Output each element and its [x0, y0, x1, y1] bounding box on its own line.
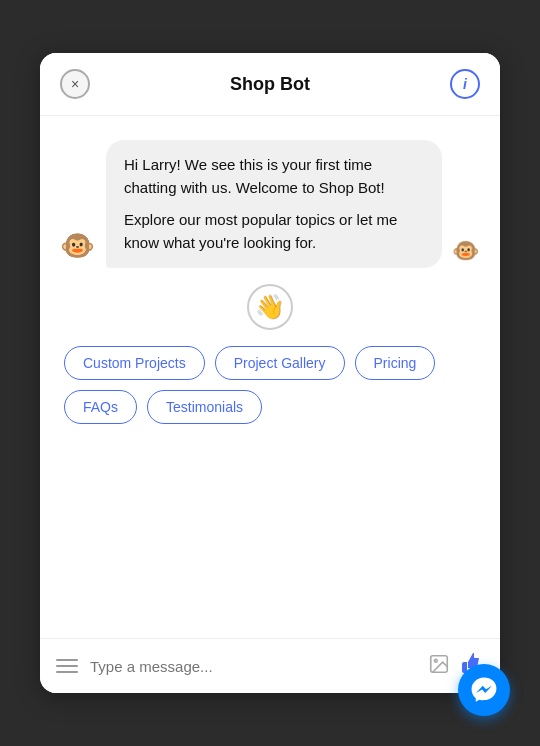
quick-reply-project-gallery[interactable]: Project Gallery — [215, 346, 345, 380]
quick-reply-pricing[interactable]: Pricing — [355, 346, 436, 380]
menu-line-3 — [56, 671, 78, 673]
messenger-fab[interactable] — [458, 664, 510, 716]
avatar-right: 🐵 — [452, 240, 480, 268]
close-button[interactable]: × — [60, 69, 90, 99]
menu-line-2 — [56, 665, 78, 667]
chat-input-area — [40, 638, 500, 693]
message-input[interactable] — [90, 658, 416, 675]
menu-icon[interactable] — [56, 659, 78, 673]
info-icon: i — [463, 76, 467, 92]
welcome-text-1: Hi Larry! We see this is your first time… — [124, 154, 424, 199]
menu-line-1 — [56, 659, 78, 661]
wave-emoji: 👋 — [255, 293, 285, 321]
chat-window: × Shop Bot i 🐵 Hi Larry! We see this is … — [40, 53, 500, 693]
chat-header: × Shop Bot i — [40, 53, 500, 116]
page-wrapper: × Shop Bot i 🐵 Hi Larry! We see this is … — [0, 0, 540, 746]
welcome-bubble: Hi Larry! We see this is your first time… — [106, 140, 442, 268]
messages-area: 🐵 Hi Larry! We see this is your first ti… — [40, 116, 500, 638]
bot-message-group: 🐵 Hi Larry! We see this is your first ti… — [60, 140, 480, 268]
quick-reply-custom-projects[interactable]: Custom Projects — [64, 346, 205, 380]
quick-reply-faqs[interactable]: FAQs — [64, 390, 137, 424]
quick-replies: Custom Projects Project Gallery Pricing … — [60, 346, 480, 432]
chat-title: Shop Bot — [230, 74, 310, 95]
wave-wrapper: 👋 — [247, 284, 293, 330]
close-icon: × — [71, 76, 79, 92]
image-icon[interactable] — [428, 653, 450, 680]
wave-circle: 👋 — [247, 284, 293, 330]
info-button[interactable]: i — [450, 69, 480, 99]
welcome-text-2: Explore our most popular topics or let m… — [124, 209, 424, 254]
messenger-icon — [470, 676, 498, 704]
quick-reply-testimonials[interactable]: Testimonials — [147, 390, 262, 424]
avatar-left: 🐵 — [60, 232, 96, 268]
svg-point-1 — [434, 659, 437, 662]
